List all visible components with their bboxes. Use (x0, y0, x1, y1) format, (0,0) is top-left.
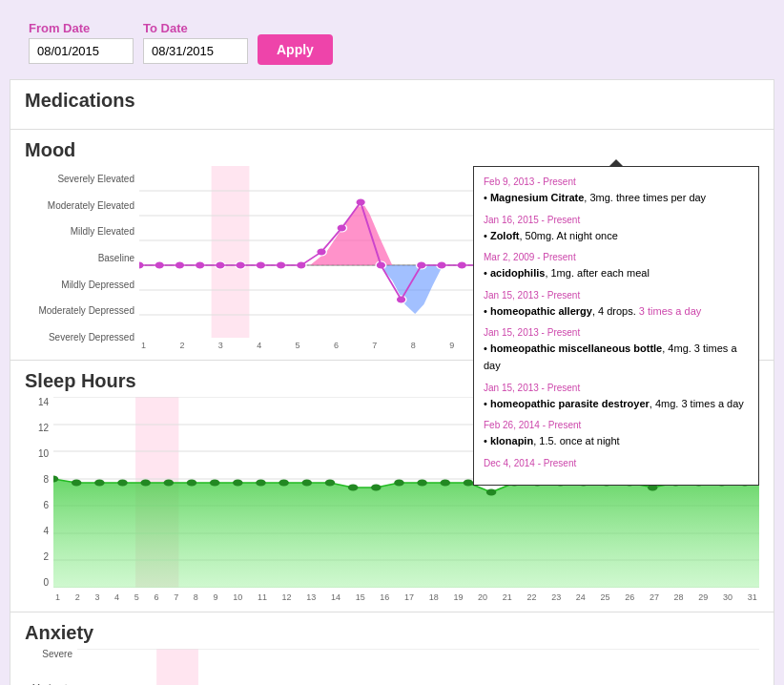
sleep-y-0: 0 (25, 577, 49, 588)
mood-y-severely-elevated: Severely Elevated (25, 174, 134, 184)
sleep-y-6: 6 (25, 500, 49, 510)
apply-button[interactable]: Apply (258, 34, 333, 65)
sleep-y-10: 10 (25, 448, 49, 459)
mood-chart-wrapper: Severely Elevated Moderately Elevated Mi… (25, 166, 759, 350)
from-date-label: From Date (29, 21, 134, 35)
med-entry-8: Dec 4, 2014 - Present (484, 456, 749, 471)
mood-y-mildly-depressed: Mildly Depressed (25, 280, 134, 290)
from-date-input[interactable] (29, 38, 134, 64)
svg-rect-0 (212, 166, 250, 338)
svg-point-56 (233, 480, 243, 487)
anxiety-y-severe: Severe (25, 649, 72, 659)
to-date-label: To Date (143, 21, 248, 35)
mood-y-moderately-elevated: Moderately Elevated (25, 200, 134, 211)
anxiety-chart-canvas: 1234567891011121314151617181920212223242… (77, 649, 759, 685)
med-date-2: Jan 16, 2015 - Present (484, 213, 749, 228)
sleep-y-8: 8 (25, 474, 49, 485)
med-date-6: Jan 15, 2013 - Present (484, 381, 749, 396)
sleep-y-axis: 14 12 10 8 6 4 2 0 (25, 397, 53, 588)
med-entry-5: Jan 15, 2013 - Present • homeopathic mis… (484, 325, 749, 374)
svg-point-65 (440, 480, 450, 487)
anxiety-section: Anxiety Severe Moderate Mild None (10, 612, 774, 685)
med-date-1: Feb 9, 2013 - Present (484, 175, 749, 190)
svg-point-66 (464, 480, 474, 487)
svg-point-54 (187, 480, 197, 487)
sleep-y-2: 2 (25, 551, 49, 562)
med-date-7: Feb 26, 2014 - Present (484, 418, 749, 433)
mood-y-mildly-elevated: Mildly Elevated (25, 226, 134, 237)
svg-point-58 (279, 480, 289, 487)
svg-point-62 (371, 485, 382, 491)
medication-tooltip: Feb 9, 2013 - Present • Magnesium Citrat… (473, 166, 759, 486)
med-date-3: Mar 2, 2009 - Present (484, 250, 749, 265)
med-date-8: Dec 4, 2014 - Present (484, 456, 749, 471)
mood-y-moderately-depressed: Moderately Depressed (25, 305, 134, 316)
med-detail-4: • homeopathic allergy, 4 drops. 3 times … (484, 303, 749, 321)
svg-point-50 (94, 480, 105, 487)
svg-point-49 (72, 480, 82, 487)
anxiety-title: Anxiety (25, 622, 759, 644)
anxiety-chart-wrapper: Severe Moderate Mild None (25, 649, 759, 685)
sleep-y-12: 12 (25, 423, 49, 433)
med-detail-6: • homeopathic parasite destroyer, 4mg. 3… (484, 396, 749, 413)
svg-point-59 (302, 480, 313, 487)
svg-point-52 (140, 480, 151, 487)
med-date-5: Jan 15, 2013 - Present (484, 325, 749, 341)
svg-point-53 (164, 480, 175, 487)
from-date-group: From Date (29, 21, 134, 64)
svg-point-57 (256, 480, 266, 487)
med-detail-1: • Magnesium Citrate, 3mg. three times pe… (484, 190, 749, 207)
mood-title: Mood (25, 139, 759, 161)
to-date-input[interactable] (143, 38, 248, 64)
svg-rect-79 (156, 649, 198, 685)
sleep-y-14: 14 (25, 397, 49, 407)
svg-point-60 (325, 480, 336, 487)
svg-point-64 (417, 480, 427, 487)
sleep-y-4: 4 (25, 526, 49, 536)
svg-point-67 (486, 489, 497, 496)
mood-y-baseline: Baseline (25, 253, 134, 263)
svg-point-55 (210, 480, 220, 487)
date-filter-row: From Date To Date Apply (10, 10, 774, 79)
med-date-4: Jan 15, 2013 - Present (484, 288, 749, 303)
medications-title: Medications (25, 90, 759, 112)
svg-point-51 (117, 480, 128, 487)
mood-section: Mood Severely Elevated Moderately Elevat… (10, 130, 774, 361)
med-entry-4: Jan 15, 2013 - Present • homeopathic all… (484, 288, 749, 321)
to-date-group: To Date (143, 21, 248, 64)
med-entry-7: Feb 26, 2014 - Present • klonapin, 1.5. … (484, 418, 749, 450)
med-detail-3: • acidophilis, 1mg. after each meal (484, 265, 749, 282)
med-entry-3: Mar 2, 2009 - Present • acidophilis, 1mg… (484, 250, 749, 282)
svg-point-61 (348, 485, 359, 491)
anxiety-y-axis: Severe Moderate Mild None (25, 649, 77, 685)
med-detail-5: • homeopathic miscellaneous bottle, 4mg.… (484, 341, 749, 374)
mood-y-severely-depressed: Severely Depressed (25, 332, 134, 342)
med-entry-6: Jan 15, 2013 - Present • homeopathic par… (484, 381, 749, 413)
anxiety-chart-svg (77, 649, 759, 685)
med-entry-2: Jan 16, 2015 - Present • Zoloft, 50mg. A… (484, 213, 749, 245)
main-container: From Date To Date Apply Medications Mood… (10, 10, 774, 685)
svg-point-63 (394, 480, 404, 487)
med-detail-7: • klonapin, 1.5. once at night (484, 433, 749, 450)
med-detail-2: • Zoloft, 50mg. At night once (484, 228, 749, 245)
med-entry-1: Feb 9, 2013 - Present • Magnesium Citrat… (484, 175, 749, 207)
mood-y-axis: Severely Elevated Moderately Elevated Mi… (25, 166, 139, 350)
medications-section: Medications (10, 79, 774, 130)
